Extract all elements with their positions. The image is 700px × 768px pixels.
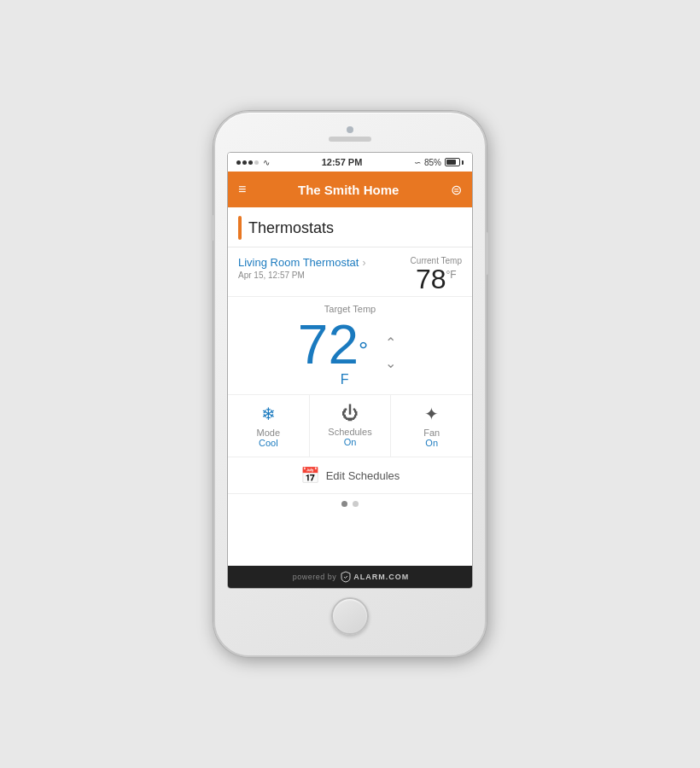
fan-value: On [425, 438, 438, 448]
bluetooth-icon: ∽ [414, 158, 421, 167]
thermostat-name-area: Living Room Thermostat › Apr 15, 12:57 P… [238, 256, 365, 280]
calendar-edit-icon: 📅 [300, 466, 319, 485]
phone-bottom [331, 589, 369, 642]
mode-cool-button[interactable]: ❄ Mode Cool [228, 395, 310, 457]
target-temp-value: 72 [298, 314, 359, 375]
snowflake-icon: ❄ [261, 404, 276, 424]
nav-bar: ≡ The Smith Home ⊜ [228, 172, 472, 207]
chevron-right-icon: › [362, 257, 365, 269]
mode-value: Cool [259, 438, 278, 448]
content-area: Thermostats Living Room Thermostat › Apr… [228, 207, 472, 566]
phone-screen: ∿ 12:57 PM ∽ 85% ≡ The Smith Home ⊜ [227, 152, 473, 589]
fan-button[interactable]: ✦ Fan On [391, 395, 472, 457]
phone-top [215, 123, 485, 152]
signal-dots [236, 160, 259, 165]
footer-bar: powered by ALARM.COM [228, 566, 473, 588]
battery-percent: 85% [424, 158, 441, 167]
signal-dot-1 [236, 160, 241, 165]
alarm-com-text: ALARM.COM [353, 573, 409, 581]
status-time: 12:57 PM [322, 157, 363, 167]
page-dot-2 [353, 501, 359, 507]
section-header: Thermostats [228, 207, 472, 247]
thermostat-date: Apr 15, 12:57 PM [238, 271, 365, 280]
wifi-icon: ∿ [263, 158, 270, 167]
battery-fill [446, 160, 456, 165]
speaker [329, 137, 371, 142]
schedule-icon: ⏻ [341, 404, 359, 423]
current-temp-value: 78 [416, 264, 446, 294]
section-title: Thermostats [248, 219, 334, 237]
battery-body [445, 158, 460, 166]
signal-dot-2 [242, 160, 247, 165]
fan-label: Fan [423, 428, 440, 438]
fan-icon: ✦ [424, 404, 439, 424]
thermostat-name[interactable]: Living Room Thermostat › [238, 256, 365, 269]
status-right: ∽ 85% [414, 158, 464, 167]
current-temp-display: 78°F [416, 265, 457, 293]
camera [347, 126, 353, 133]
volume-button[interactable] [212, 215, 215, 241]
signal-dot-4 [254, 160, 259, 165]
target-unit: F [341, 372, 349, 387]
mode-section: ❄ Mode Cool ⏻ Schedules On ✦ Fan On [228, 395, 472, 457]
section-accent [238, 216, 242, 240]
target-controls: 72° F ⌃ ⌄ [298, 317, 402, 387]
nav-title: The Smith Home [298, 183, 399, 197]
degree-symbol: ° [359, 337, 368, 364]
mode-label: Mode [257, 428, 281, 438]
schedules-value: On [344, 437, 357, 447]
target-temp-label: Target Temp [324, 304, 376, 314]
signal-dot-3 [248, 160, 253, 165]
menu-icon[interactable]: ≡ [238, 182, 246, 197]
page-dot-1 [341, 501, 347, 507]
temp-increase-button[interactable]: ⌃ [378, 334, 402, 351]
current-temp-area: Current Temp 78°F [411, 256, 462, 293]
status-left: ∿ [236, 158, 270, 167]
home-button[interactable] [331, 597, 369, 635]
current-temp-unit: °F [446, 269, 457, 281]
target-temp-section: Target Temp 72° F ⌃ ⌄ [228, 297, 472, 395]
thermostat-row: Living Room Thermostat › Apr 15, 12:57 P… [228, 247, 472, 297]
powered-by-text: powered by [293, 573, 337, 581]
alarm-shield-icon [341, 571, 351, 583]
phone-shell: ∿ 12:57 PM ∽ 85% ≡ The Smith Home ⊜ [213, 111, 487, 657]
battery-tip [462, 160, 464, 165]
target-temp-display: 72° F [298, 317, 368, 387]
alarm-logo: powered by ALARM.COM [293, 571, 410, 583]
battery-indicator [445, 158, 464, 166]
edit-schedules-button[interactable]: 📅 Edit Schedules [228, 457, 472, 494]
schedules-button[interactable]: ⏻ Schedules On [310, 395, 392, 457]
edit-schedules-label: Edit Schedules [326, 469, 400, 482]
temp-arrows: ⌃ ⌄ [378, 334, 402, 371]
settings-icon[interactable]: ⊜ [451, 182, 462, 198]
power-button[interactable] [485, 232, 488, 275]
status-bar: ∿ 12:57 PM ∽ 85% [228, 153, 472, 172]
thermostat-name-text: Living Room Thermostat [238, 256, 359, 269]
page-dots [228, 494, 472, 514]
temp-decrease-button[interactable]: ⌄ [378, 354, 402, 371]
schedules-label: Schedules [328, 427, 371, 437]
